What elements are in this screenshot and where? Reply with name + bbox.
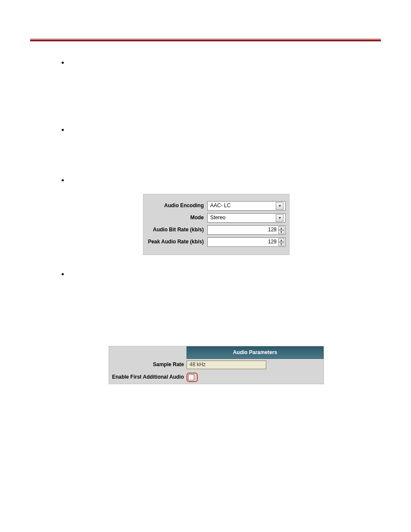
- audio-parameters-panel: Audio Parameters Sample Rate 48 kHz Enab…: [109, 346, 324, 384]
- bullet-item-1: ​: [69, 56, 381, 115]
- header-divider: [30, 39, 381, 41]
- audio-bit-rate-input[interactable]: 128 ▲ ▼: [207, 225, 286, 235]
- mode-label: Mode: [147, 214, 207, 222]
- sample-rate-label: Sample Rate: [112, 361, 187, 369]
- audio-parameters-title: Audio Parameters: [187, 346, 324, 359]
- sample-rate-value: 48 kHz: [190, 361, 206, 369]
- audio-encoding-select[interactable]: AAC- LC ▾: [207, 201, 286, 211]
- spinner-up-icon[interactable]: ▲: [278, 226, 284, 230]
- bullet-item-4: ​ Audio Parameters Sample Rate 48 kHz: [69, 268, 381, 384]
- audio-bit-rate-label: Audio Bit Rate (kb/s): [147, 226, 207, 234]
- spinner-down-icon[interactable]: ▼: [278, 242, 284, 246]
- chevron-down-icon: ▾: [276, 202, 283, 210]
- enable-first-additional-audio-label: Enable First Additional Audio: [112, 373, 187, 381]
- enable-first-additional-audio-checkbox[interactable]: [188, 374, 194, 380]
- chevron-down-icon: ▾: [276, 214, 283, 222]
- peak-audio-rate-value: 129: [268, 238, 277, 246]
- peak-audio-rate-input[interactable]: 129 ▲ ▼: [207, 237, 286, 247]
- audio-bit-rate-value: 128: [268, 226, 277, 234]
- bullet-list: ​ ​ ​ Audio Encoding AAC- LC ▾: [30, 56, 381, 384]
- peak-audio-rate-label: Peak Audio Rate (kb/s): [147, 238, 207, 246]
- spinner-down-icon[interactable]: ▼: [278, 230, 284, 234]
- spinner-up-icon[interactable]: ▲: [278, 238, 284, 242]
- mode-value: Stereo: [210, 214, 225, 222]
- bullet-item-3: ​ Audio Encoding AAC- LC ▾ Mo: [69, 174, 381, 255]
- sample-rate-field: 48 kHz: [187, 361, 266, 369]
- mode-select[interactable]: Stereo ▾: [207, 213, 286, 223]
- enable-first-additional-audio-highlight: [187, 373, 198, 382]
- audio-basic-panel: Audio Encoding AAC- LC ▾ Mode Ste: [143, 194, 290, 255]
- audio-encoding-value: AAC- LC: [210, 202, 230, 210]
- bullet-item-2: ​: [69, 124, 381, 165]
- audio-encoding-label: Audio Encoding: [147, 202, 207, 210]
